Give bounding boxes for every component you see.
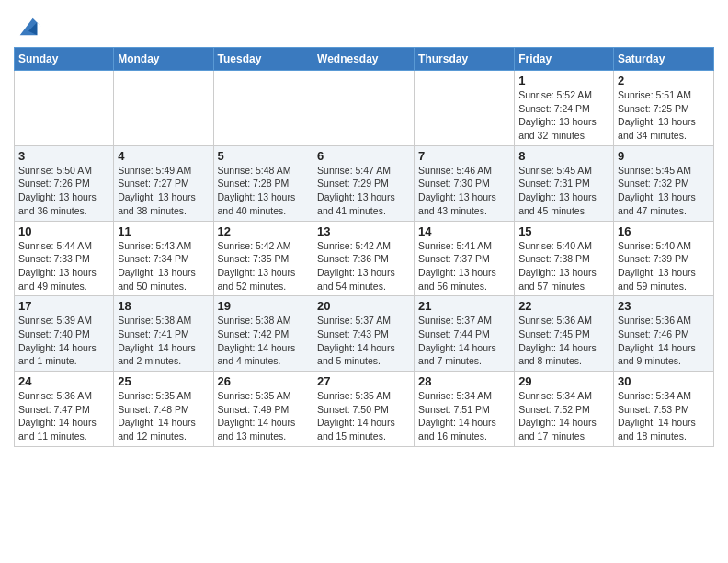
calendar-week-5: 24Sunrise: 5:36 AMSunset: 7:47 PMDayligh… [15, 372, 714, 447]
day-info: Sunrise: 5:45 AMSunset: 7:31 PMDaylight:… [518, 164, 609, 218]
calendar-cell: 12Sunrise: 5:42 AMSunset: 7:35 PMDayligh… [213, 221, 313, 296]
calendar-cell: 24Sunrise: 5:36 AMSunset: 7:47 PMDayligh… [15, 372, 114, 447]
calendar-cell: 3Sunrise: 5:50 AMSunset: 7:26 PMDaylight… [15, 145, 114, 221]
day-number: 7 [418, 149, 510, 163]
day-number: 22 [518, 299, 609, 313]
day-number: 18 [118, 299, 209, 313]
calendar-header-monday: Monday [114, 48, 213, 71]
calendar-cell: 29Sunrise: 5:34 AMSunset: 7:52 PMDayligh… [515, 372, 614, 447]
day-number: 20 [317, 299, 410, 313]
day-info: Sunrise: 5:40 AMSunset: 7:38 PMDaylight:… [518, 239, 609, 293]
day-number: 3 [18, 149, 109, 163]
calendar-cell [15, 71, 114, 146]
day-info: Sunrise: 5:37 AMSunset: 7:43 PMDaylight:… [317, 314, 410, 368]
page-header [14, 9, 714, 40]
calendar-cell: 11Sunrise: 5:43 AMSunset: 7:34 PMDayligh… [114, 221, 213, 296]
calendar-header-sunday: Sunday [15, 48, 114, 71]
day-number: 30 [618, 374, 710, 388]
calendar-cell: 25Sunrise: 5:35 AMSunset: 7:48 PMDayligh… [114, 372, 213, 447]
day-number: 8 [518, 149, 609, 163]
calendar-header-friday: Friday [515, 48, 614, 71]
day-info: Sunrise: 5:45 AMSunset: 7:32 PMDaylight:… [618, 164, 710, 218]
calendar-cell: 7Sunrise: 5:46 AMSunset: 7:30 PMDaylight… [415, 145, 515, 221]
day-info: Sunrise: 5:38 AMSunset: 7:42 PMDaylight:… [218, 314, 310, 368]
calendar-cell: 21Sunrise: 5:37 AMSunset: 7:44 PMDayligh… [415, 296, 515, 372]
day-number: 13 [317, 224, 410, 238]
day-info: Sunrise: 5:41 AMSunset: 7:37 PMDaylight:… [418, 239, 510, 293]
day-info: Sunrise: 5:49 AMSunset: 7:27 PMDaylight:… [118, 164, 209, 218]
calendar-header-row: SundayMondayTuesdayWednesdayThursdayFrid… [15, 48, 714, 71]
day-number: 2 [618, 74, 710, 87]
calendar-week-4: 17Sunrise: 5:39 AMSunset: 7:40 PMDayligh… [15, 296, 714, 372]
calendar-cell: 4Sunrise: 5:49 AMSunset: 7:27 PMDaylight… [114, 145, 213, 221]
day-info: Sunrise: 5:36 AMSunset: 7:47 PMDaylight:… [18, 389, 109, 443]
calendar-cell: 1Sunrise: 5:52 AMSunset: 7:24 PMDaylight… [515, 71, 614, 146]
calendar-header-thursday: Thursday [415, 48, 515, 71]
calendar-cell: 19Sunrise: 5:38 AMSunset: 7:42 PMDayligh… [213, 296, 313, 372]
day-number: 4 [118, 149, 209, 163]
day-info: Sunrise: 5:34 AMSunset: 7:52 PMDaylight:… [518, 389, 609, 443]
day-info: Sunrise: 5:46 AMSunset: 7:30 PMDaylight:… [418, 164, 510, 218]
calendar-cell: 27Sunrise: 5:35 AMSunset: 7:50 PMDayligh… [313, 372, 415, 447]
day-info: Sunrise: 5:42 AMSunset: 7:35 PMDaylight:… [218, 239, 310, 293]
day-number: 19 [218, 299, 310, 313]
calendar-cell: 26Sunrise: 5:35 AMSunset: 7:49 PMDayligh… [213, 372, 313, 447]
calendar-cell: 5Sunrise: 5:48 AMSunset: 7:28 PMDaylight… [213, 145, 313, 221]
logo [14, 14, 41, 40]
calendar-header-wednesday: Wednesday [313, 48, 415, 71]
calendar-week-1: 1Sunrise: 5:52 AMSunset: 7:24 PMDaylight… [15, 71, 714, 146]
calendar-cell: 15Sunrise: 5:40 AMSunset: 7:38 PMDayligh… [515, 221, 614, 296]
calendar-cell: 9Sunrise: 5:45 AMSunset: 7:32 PMDaylight… [614, 145, 714, 221]
day-number: 29 [518, 374, 609, 388]
calendar-cell: 22Sunrise: 5:36 AMSunset: 7:45 PMDayligh… [515, 296, 614, 372]
day-info: Sunrise: 5:51 AMSunset: 7:25 PMDaylight:… [618, 88, 710, 143]
calendar-header-saturday: Saturday [614, 48, 714, 71]
day-number: 23 [618, 299, 710, 313]
day-number: 25 [118, 374, 209, 388]
day-number: 1 [518, 74, 609, 87]
day-number: 14 [418, 224, 510, 238]
calendar-cell: 18Sunrise: 5:38 AMSunset: 7:41 PMDayligh… [114, 296, 213, 372]
calendar-cell: 20Sunrise: 5:37 AMSunset: 7:43 PMDayligh… [313, 296, 415, 372]
day-info: Sunrise: 5:50 AMSunset: 7:26 PMDaylight:… [18, 164, 109, 218]
day-number: 15 [518, 224, 609, 238]
calendar-cell: 30Sunrise: 5:34 AMSunset: 7:53 PMDayligh… [614, 372, 714, 447]
day-info: Sunrise: 5:34 AMSunset: 7:53 PMDaylight:… [618, 389, 710, 443]
day-number: 21 [418, 299, 510, 313]
day-number: 12 [218, 224, 310, 238]
day-info: Sunrise: 5:35 AMSunset: 7:49 PMDaylight:… [218, 389, 310, 443]
calendar-cell: 28Sunrise: 5:34 AMSunset: 7:51 PMDayligh… [415, 372, 515, 447]
day-info: Sunrise: 5:40 AMSunset: 7:39 PMDaylight:… [618, 239, 710, 293]
day-number: 9 [618, 149, 710, 163]
calendar-cell: 13Sunrise: 5:42 AMSunset: 7:36 PMDayligh… [313, 221, 415, 296]
day-info: Sunrise: 5:35 AMSunset: 7:50 PMDaylight:… [317, 389, 410, 443]
logo-icon [16, 14, 41, 40]
day-info: Sunrise: 5:38 AMSunset: 7:41 PMDaylight:… [118, 314, 209, 368]
day-info: Sunrise: 5:52 AMSunset: 7:24 PMDaylight:… [518, 88, 609, 143]
day-number: 6 [317, 149, 410, 163]
calendar-cell: 2Sunrise: 5:51 AMSunset: 7:25 PMDaylight… [614, 71, 714, 146]
day-number: 17 [18, 299, 109, 313]
calendar-week-2: 3Sunrise: 5:50 AMSunset: 7:26 PMDaylight… [15, 145, 714, 221]
day-number: 10 [18, 224, 109, 238]
calendar-cell [415, 71, 515, 146]
day-info: Sunrise: 5:44 AMSunset: 7:33 PMDaylight:… [18, 239, 109, 293]
day-number: 26 [218, 374, 310, 388]
calendar-cell: 23Sunrise: 5:36 AMSunset: 7:46 PMDayligh… [614, 296, 714, 372]
day-info: Sunrise: 5:48 AMSunset: 7:28 PMDaylight:… [218, 164, 310, 218]
day-info: Sunrise: 5:36 AMSunset: 7:46 PMDaylight:… [618, 314, 710, 368]
day-info: Sunrise: 5:36 AMSunset: 7:45 PMDaylight:… [518, 314, 609, 368]
calendar-cell: 10Sunrise: 5:44 AMSunset: 7:33 PMDayligh… [15, 221, 114, 296]
svg-marker-0 [20, 18, 41, 36]
day-number: 5 [218, 149, 310, 163]
calendar-cell: 6Sunrise: 5:47 AMSunset: 7:29 PMDaylight… [313, 145, 415, 221]
day-info: Sunrise: 5:42 AMSunset: 7:36 PMDaylight:… [317, 239, 410, 293]
day-info: Sunrise: 5:39 AMSunset: 7:40 PMDaylight:… [18, 314, 109, 368]
day-info: Sunrise: 5:43 AMSunset: 7:34 PMDaylight:… [118, 239, 209, 293]
day-number: 11 [118, 224, 209, 238]
calendar-cell: 14Sunrise: 5:41 AMSunset: 7:37 PMDayligh… [415, 221, 515, 296]
calendar-cell [213, 71, 313, 146]
day-info: Sunrise: 5:35 AMSunset: 7:48 PMDaylight:… [118, 389, 209, 443]
calendar-header-tuesday: Tuesday [213, 48, 313, 71]
calendar-cell [114, 71, 213, 146]
